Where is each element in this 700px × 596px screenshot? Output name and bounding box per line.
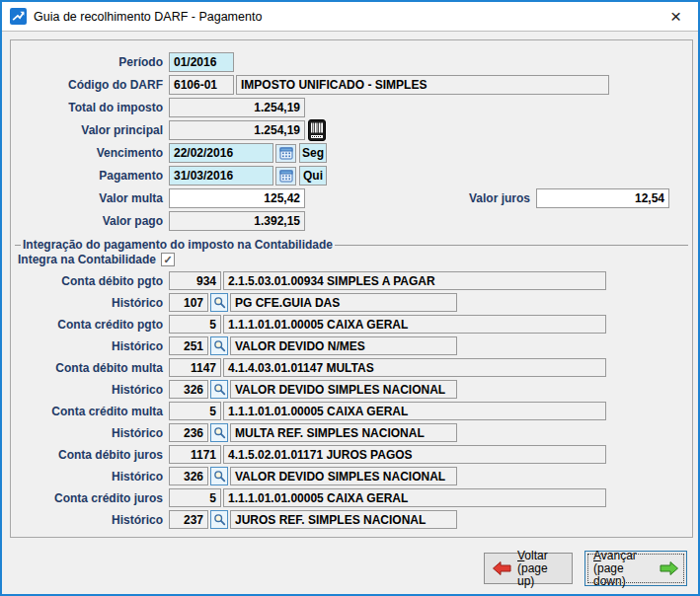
row-vencimento: Vencimento 22/02/2016 Seg	[11, 143, 692, 163]
periodo-field[interactable]: 01/2016	[169, 52, 234, 72]
conta-debito-multa-code-field[interactable]: 1147	[169, 358, 221, 377]
integra-contabilidade-label: Integra na Contabilidade	[11, 253, 161, 266]
conta-debito-multa-description-field: 4.1.4.03.01.01147 MULTAS	[223, 358, 606, 377]
conta-credito-pgto-code-field[interactable]: 5	[169, 315, 221, 334]
valor-juros-label: Valor juros	[305, 191, 536, 205]
historico-label: Histórico	[11, 383, 169, 397]
valor-principal-field[interactable]: 1.254,19	[169, 120, 305, 140]
conta-credito-juros-code-field[interactable]: 5	[169, 488, 221, 507]
row-periodo: Período 01/2016	[11, 52, 692, 72]
conta-debito-juros-description-field: 4.1.5.02.01.01171 JUROS PAGOS	[223, 445, 606, 464]
row-conta-credito-multa: Conta crédito multa 5 1.1.1.01.01.00005 …	[11, 402, 692, 420]
vencimento-weekday-field: Seg	[299, 143, 327, 163]
close-icon: ×	[670, 6, 681, 28]
historico-description-field: PG CFE.GUIA DAS	[230, 293, 457, 312]
vencimento-date-field[interactable]: 22/02/2016	[169, 143, 273, 163]
close-button[interactable]: ×	[654, 2, 698, 31]
conta-credito-multa-code-field[interactable]: 5	[169, 402, 221, 420]
avancar-button[interactable]: Avançar (page down)	[584, 551, 687, 586]
historico-code-field[interactable]: 236	[169, 423, 208, 442]
historico-code-field[interactable]: 237	[169, 510, 208, 529]
conta-debito-multa-label: Conta débito multa	[11, 361, 169, 375]
voltar-label: Voltar	[517, 550, 564, 562]
historico-search-button[interactable]	[210, 467, 228, 485]
conta-debito-pgto-code-field[interactable]: 934	[169, 271, 221, 290]
search-icon	[213, 339, 226, 352]
row-valores: Valor multa 125,42 Valor juros 12,54	[11, 188, 692, 208]
row-historico-pgto-debito: Histórico 107 PG CFE.GUIA DAS	[11, 293, 692, 312]
conta-credito-pgto-description-field: 1.1.1.01.01.00005 CAIXA GERAL	[223, 315, 606, 334]
historico-description-field: VALOR DEVIDO SIMPLES NACIONAL	[230, 467, 457, 485]
pagamento-calendar-button[interactable]	[275, 167, 296, 186]
row-total-imposto: Total do imposto 1.254,19	[11, 98, 692, 117]
historico-search-button[interactable]	[210, 336, 228, 355]
historico-code-field[interactable]: 107	[169, 293, 208, 312]
row-conta-credito-pgto: Conta crédito pgto 5 1.1.1.01.01.00005 C…	[11, 315, 692, 334]
avancar-label: Avançar	[593, 550, 654, 562]
row-historico-pgto-credito: Histórico 251 VALOR DEVIDO N/MES	[11, 336, 692, 355]
historico-label: Histórico	[11, 513, 169, 527]
historico-search-button[interactable]	[210, 380, 228, 399]
dialog-window: Guia de recolhimento DARF - Pagamento × …	[0, 0, 700, 596]
historico-label: Histórico	[11, 296, 169, 310]
vencimento-label: Vencimento	[11, 146, 169, 160]
conta-debito-juros-code-field[interactable]: 1171	[169, 445, 221, 464]
conta-credito-juros-label: Conta crédito juros	[11, 491, 169, 505]
row-pagamento: Pagamento 31/03/2016 Qui	[11, 166, 692, 186]
row-conta-debito-pgto: Conta débito pgto 934 2.1.5.03.01.00934 …	[11, 271, 692, 290]
valor-juros-field[interactable]: 12,54	[536, 188, 669, 208]
conta-debito-pgto-label: Conta débito pgto	[11, 274, 169, 288]
historico-search-button[interactable]	[210, 510, 228, 529]
search-icon	[213, 383, 226, 396]
vencimento-calendar-button[interactable]	[275, 144, 296, 163]
row-conta-credito-juros: Conta crédito juros 5 1.1.1.01.01.00005 …	[11, 488, 692, 507]
historico-code-field[interactable]: 326	[169, 467, 208, 485]
row-valor-pago: Valor pago 1.392,15	[11, 211, 692, 231]
historico-code-field[interactable]: 326	[169, 380, 208, 399]
voltar-button[interactable]: Voltar (page up)	[484, 553, 573, 584]
row-conta-debito-multa: Conta débito multa 1147 4.1.4.03.01.0114…	[11, 358, 692, 377]
arrow-right-icon	[660, 561, 678, 575]
historico-code-field[interactable]: 251	[169, 336, 208, 355]
voltar-sublabel: (page up)	[517, 562, 564, 588]
integra-contabilidade-checkbox[interactable]: ✓	[161, 253, 175, 266]
valor-pago-label: Valor pago	[11, 214, 169, 228]
conta-credito-multa-description-field: 1.1.1.01.01.00005 CAIXA GERAL	[223, 402, 606, 420]
historico-label: Histórico	[11, 339, 169, 353]
check-icon: ✓	[163, 254, 172, 266]
codigo-darf-code-field[interactable]: 6106-01	[169, 75, 234, 95]
search-icon	[213, 513, 226, 526]
pagamento-weekday-field: Qui	[299, 166, 327, 186]
historico-search-button[interactable]	[210, 293, 228, 312]
pagamento-label: Pagamento	[11, 169, 169, 183]
periodo-label: Período	[11, 55, 169, 69]
row-codigo-darf: Código do DARF 6106-01 IMPOSTO UNIFICADO…	[11, 75, 692, 95]
barcode-icon	[308, 119, 326, 141]
search-icon	[213, 296, 226, 309]
app-icon	[10, 8, 27, 25]
avancar-sublabel: (page down)	[593, 562, 654, 588]
conta-credito-juros-description-field: 1.1.1.01.01.00005 CAIXA GERAL	[223, 488, 606, 507]
valor-principal-label: Valor principal	[11, 123, 169, 137]
codigo-darf-description-field: IMPOSTO UNIFICADO - SIMPLES	[236, 75, 609, 95]
row-historico-juros-debito: Histórico 326 VALOR DEVIDO SIMPLES NACIO…	[11, 467, 692, 485]
historico-search-button[interactable]	[210, 423, 228, 442]
valor-pago-field: 1.392,15	[169, 211, 305, 231]
form-panel: Período 01/2016 Código do DARF 6106-01 I…	[10, 39, 693, 538]
valor-multa-field[interactable]: 125,42	[169, 188, 305, 208]
conta-debito-pgto-description-field: 2.1.5.03.01.00934 SIMPLES A PAGAR	[223, 271, 606, 290]
historico-description-field: VALOR DEVIDO N/MES	[230, 336, 457, 355]
valor-multa-label: Valor multa	[11, 191, 169, 205]
conta-debito-juros-label: Conta débito juros	[11, 448, 169, 462]
integration-section-title: Integração do pagamento do imposto na Co…	[21, 238, 335, 252]
pagamento-date-field[interactable]: 31/03/2016	[169, 166, 273, 186]
search-icon	[213, 470, 226, 483]
row-valor-principal: Valor principal 1.254,19	[11, 120, 692, 140]
total-imposto-field: 1.254,19	[169, 98, 305, 117]
historico-description-field: MULTA REF. SIMPLES NACIONAL	[230, 423, 457, 442]
conta-credito-multa-label: Conta crédito multa	[11, 405, 169, 418]
historico-description-field: VALOR DEVIDO SIMPLES NACIONAL	[230, 380, 457, 399]
calendar-icon	[279, 169, 293, 183]
barcode-button[interactable]	[308, 119, 328, 142]
codigo-darf-label: Código do DARF	[11, 78, 169, 92]
